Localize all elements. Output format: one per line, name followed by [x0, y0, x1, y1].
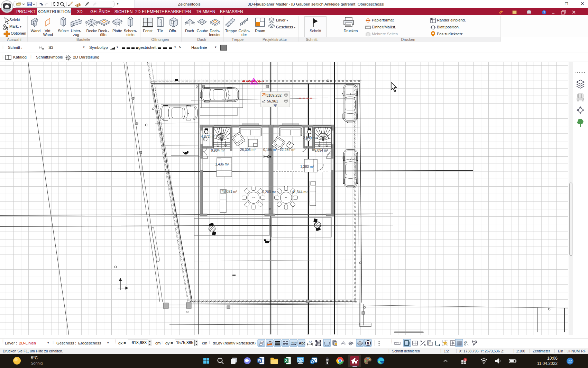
svg-text:48,021 m²: 48,021 m² — [222, 190, 238, 194]
svg-text:4,872 m²: 4,872 m² — [201, 135, 215, 138]
svg-text:2,859 m²: 2,859 m² — [303, 136, 317, 140]
svg-text:ROOM: ROOM — [291, 342, 297, 344]
svg-text:1,436 m²: 1,436 m² — [215, 162, 229, 166]
svg-text:X: X — [285, 359, 287, 362]
svg-text:10:06: 10:06 — [547, 356, 558, 361]
svg-text:3189,232: 3189,232 — [266, 93, 282, 97]
svg-text:N: N — [367, 342, 369, 345]
svg-text:9,094 m²: 9,094 m² — [314, 149, 328, 152]
svg-text:1,2: 1,2 — [309, 340, 312, 343]
svg-text:22: 22 — [568, 359, 572, 363]
svg-text:22,284 m²: 22,284 m² — [280, 148, 296, 152]
svg-text:0,203 m²: 0,203 m² — [262, 190, 276, 194]
svg-text:11.04.2022: 11.04.2022 — [537, 361, 558, 366]
svg-text:Sonnig: Sonnig — [31, 361, 43, 365]
svg-text:26,306 m²: 26,306 m² — [240, 148, 256, 152]
svg-text:1,383 m²: 1,383 m² — [300, 165, 314, 169]
svg-text:0,195 m²: 0,195 m² — [263, 148, 277, 152]
svg-text:3: 3 — [465, 359, 466, 361]
svg-text:W: W — [258, 359, 261, 362]
svg-text:Abc: Abc — [299, 341, 305, 345]
svg-text:41,344 m²: 41,344 m² — [292, 190, 308, 194]
svg-text:?: ? — [543, 11, 545, 14]
svg-text:2′1: 2′1 — [464, 341, 467, 343]
svg-text:56,961: 56,961 — [267, 99, 278, 103]
svg-text:6°C: 6°C — [31, 356, 38, 360]
svg-text:9,904 m²: 9,904 m² — [211, 149, 225, 152]
